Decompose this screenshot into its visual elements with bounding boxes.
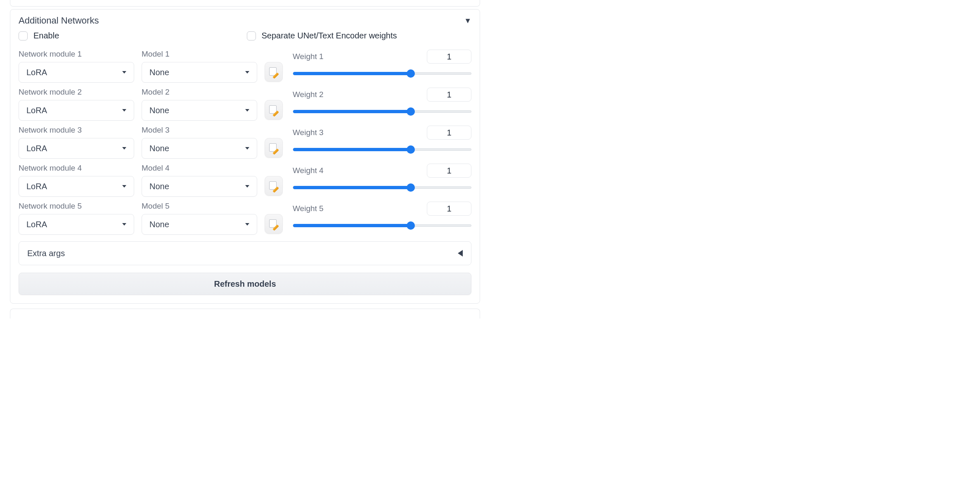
enable-label: Enable [33, 31, 59, 40]
module-value: LoRA [26, 144, 47, 153]
separate-weights-group[interactable]: Separate UNet/Text Encoder weights [247, 31, 472, 40]
weight-label: Weight 4 [293, 166, 324, 175]
weight-field: Weight 3 [293, 126, 471, 154]
model-field: Model 1 None [142, 50, 257, 83]
module-field: Network module 4 LoRA [19, 164, 134, 197]
edit-icon [269, 143, 278, 152]
module-select[interactable]: LoRA [19, 214, 134, 235]
model-label: Model 2 [142, 88, 257, 97]
weight-input[interactable] [427, 88, 471, 102]
edit-model-button[interactable] [265, 100, 283, 120]
module-value: LoRA [26, 68, 47, 77]
model-select[interactable]: None [142, 176, 257, 197]
network-row: Network module 4 LoRA Model 4 None Weigh… [19, 164, 471, 197]
separate-weights-checkbox[interactable] [247, 31, 256, 40]
enable-group[interactable]: Enable [19, 31, 244, 40]
edit-model-button[interactable] [265, 214, 283, 234]
refresh-models-label: Refresh models [214, 279, 276, 289]
weight-slider[interactable] [293, 221, 471, 230]
edit-model-button[interactable] [265, 138, 283, 158]
weight-field: Weight 5 [293, 202, 471, 230]
checkbox-row: Enable Separate UNet/Text Encoder weight… [19, 31, 471, 40]
chevron-down-icon [122, 223, 126, 226]
model-select[interactable]: None [142, 100, 257, 121]
slider-thumb[interactable] [407, 221, 415, 230]
network-row: Network module 3 LoRA Model 3 None Weigh… [19, 126, 471, 159]
weight-slider[interactable] [293, 145, 471, 154]
weight-slider[interactable] [293, 107, 471, 116]
module-field: Network module 1 LoRA [19, 50, 134, 83]
network-row: Network module 1 LoRA Model 1 None Weigh… [19, 50, 471, 83]
extra-args-row[interactable]: Extra args [19, 241, 471, 265]
model-value: None [149, 68, 169, 77]
model-select[interactable]: None [142, 214, 257, 235]
chevron-down-icon [122, 147, 126, 150]
weight-input[interactable] [427, 202, 471, 216]
chevron-down-icon [245, 71, 249, 74]
module-label: Network module 5 [19, 202, 134, 211]
extra-args-label: Extra args [27, 249, 65, 258]
weight-input[interactable] [427, 126, 471, 140]
network-row: Network module 5 LoRA Model 5 None Weigh… [19, 202, 471, 235]
panel-title: Additional Networks [19, 15, 99, 26]
module-label: Network module 3 [19, 126, 134, 135]
module-select[interactable]: LoRA [19, 100, 134, 121]
weight-input[interactable] [427, 50, 471, 64]
module-value: LoRA [26, 106, 47, 115]
model-field: Model 5 None [142, 202, 257, 235]
module-label: Network module 2 [19, 88, 134, 97]
model-label: Model 5 [142, 202, 257, 211]
refresh-models-button[interactable]: Refresh models [19, 273, 471, 295]
weight-slider[interactable] [293, 69, 471, 78]
chevron-down-icon [245, 109, 249, 112]
module-value: LoRA [26, 182, 47, 191]
slider-thumb[interactable] [407, 183, 415, 192]
chevron-down-icon [245, 147, 249, 150]
additional-networks-header[interactable]: Additional Networks ▼ [10, 10, 480, 29]
module-field: Network module 5 LoRA [19, 202, 134, 235]
module-field: Network module 3 LoRA [19, 126, 134, 159]
module-value: LoRA [26, 220, 47, 229]
weight-label: Weight 2 [293, 90, 324, 99]
network-row: Network module 2 LoRA Model 2 None Weigh… [19, 88, 471, 121]
weight-label: Weight 3 [293, 128, 324, 137]
model-select[interactable]: None [142, 138, 257, 159]
model-label: Model 4 [142, 164, 257, 173]
slider-thumb[interactable] [407, 145, 415, 154]
edit-model-button[interactable] [265, 176, 283, 196]
model-select[interactable]: None [142, 62, 257, 83]
chevron-down-icon [122, 185, 126, 188]
chevron-down-icon: ▼ [464, 17, 471, 25]
chevron-down-icon [122, 109, 126, 112]
additional-networks-panel: Additional Networks ▼ Enable Separate UN… [10, 9, 480, 304]
collapse-left-icon [458, 250, 463, 257]
edit-icon [269, 219, 278, 228]
previous-panel-bottom [10, 0, 480, 7]
slider-thumb[interactable] [407, 107, 415, 116]
chevron-down-icon [122, 71, 126, 74]
weight-slider[interactable] [293, 183, 471, 192]
model-field: Model 4 None [142, 164, 257, 197]
weight-label: Weight 5 [293, 204, 324, 213]
model-label: Model 3 [142, 126, 257, 135]
next-panel-top: . [10, 309, 480, 319]
module-label: Network module 4 [19, 164, 134, 173]
model-value: None [149, 220, 169, 229]
next-panel-header[interactable]: . [10, 309, 480, 319]
slider-thumb[interactable] [407, 69, 415, 78]
weight-input[interactable] [427, 164, 471, 178]
edit-icon [269, 105, 278, 114]
enable-checkbox[interactable] [19, 31, 28, 40]
weight-label: Weight 1 [293, 52, 324, 61]
weight-field: Weight 2 [293, 88, 471, 116]
model-value: None [149, 106, 169, 115]
model-value: None [149, 144, 169, 153]
edit-model-button[interactable] [265, 62, 283, 82]
panel-body: Enable Separate UNet/Text Encoder weight… [10, 29, 480, 303]
edit-icon [269, 67, 278, 76]
chevron-down-icon [245, 185, 249, 188]
module-select[interactable]: LoRA [19, 176, 134, 197]
module-select[interactable]: LoRA [19, 138, 134, 159]
edit-icon [269, 181, 278, 190]
module-select[interactable]: LoRA [19, 62, 134, 83]
